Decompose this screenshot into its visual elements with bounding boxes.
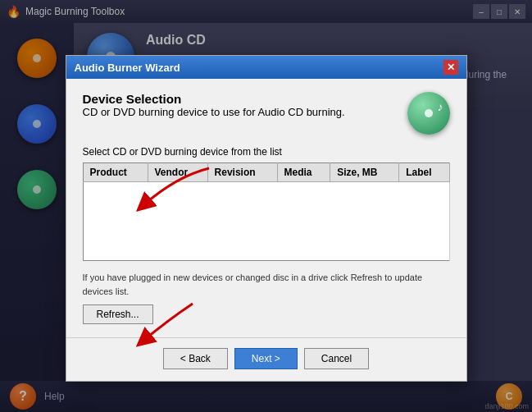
refresh-info-text: If you have plugged in new devices or ch…	[83, 271, 450, 298]
next-button[interactable]: Next >	[234, 348, 298, 369]
music-note-icon: ♪	[438, 100, 443, 113]
table-row-empty-4	[83, 241, 449, 261]
dialog-overlay: Audio Burner Wizard ✕ Device Selection C…	[0, 0, 532, 412]
dialog-title-bar: Audio Burner Wizard ✕	[66, 56, 466, 79]
col-product: Product	[83, 163, 148, 182]
dialog-close-button[interactable]: ✕	[443, 60, 458, 75]
col-vendor: Vendor	[148, 163, 207, 182]
dialog-text: Device Selection CD or DVD burning devic…	[83, 92, 394, 118]
dialog-content: Device Selection CD or DVD burning devic…	[66, 79, 466, 337]
cancel-button[interactable]: Cancel	[304, 348, 369, 369]
back-button[interactable]: < Back	[163, 348, 228, 369]
dialog-disc-icon: ♪	[407, 92, 450, 135]
refresh-button[interactable]: Refresh...	[83, 304, 153, 324]
dialog-heading: Device Selection	[83, 92, 394, 106]
dialog-title: Audio Burner Wizard	[75, 62, 180, 74]
col-label: Label	[399, 163, 449, 182]
col-media: Media	[277, 163, 330, 182]
table-row-empty-1	[83, 182, 449, 202]
col-revision: Revision	[207, 163, 277, 182]
dialog-footer: < Back Next > Cancel	[66, 337, 466, 381]
device-table-body[interactable]	[83, 182, 449, 261]
table-row-empty-3	[83, 222, 449, 241]
select-device-label: Select CD or DVD burning device from the…	[83, 146, 450, 158]
col-size: Size, MB	[330, 163, 399, 182]
dialog-section-header: Device Selection CD or DVD burning devic…	[83, 92, 450, 135]
dialog: Audio Burner Wizard ✕ Device Selection C…	[66, 55, 467, 382]
device-table: Product Vendor Revision Media Size, MB L…	[83, 163, 450, 261]
table-row-empty-2	[83, 202, 449, 222]
dialog-subtext: CD or DVD burning device to use for Audi…	[83, 106, 394, 118]
